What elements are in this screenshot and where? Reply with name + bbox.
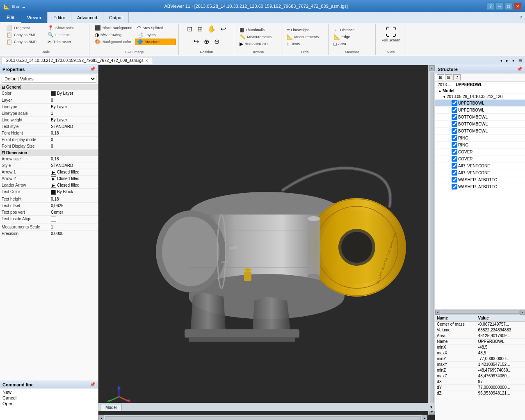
properties-dropdown[interactable]: Default Values [2,75,96,83]
minimize-btn[interactable]: ─ [495,2,504,10]
tree-item-7[interactable]: COVER_ [435,148,525,155]
pan-btn[interactable]: ✋ [205,25,218,34]
command-line-pin[interactable]: 📌 [90,382,96,387]
texts-hide-btn[interactable]: T Texts [285,41,326,47]
viewport-hscrollbar[interactable]: ◂ ▸ [98,415,427,420]
tree-item-5[interactable]: RING_ [435,135,525,142]
expand-all-btn[interactable]: ⊞ [437,74,444,80]
tab-viewer[interactable]: Viewer [21,12,48,23]
arcs-btn[interactable]: ◠ Arcs Splitted [135,25,176,31]
trim-raster-btn[interactable]: ✂ Trim raster [46,39,87,45]
tree-item-12-checkbox[interactable] [452,184,457,189]
tree-file[interactable]: ▾ 2013.05.28_14.10.33.212_120 [435,94,525,100]
tab-output[interactable]: Output [103,12,129,23]
structure-pin[interactable]: 📌 [517,66,523,72]
help-btn[interactable]: ? [486,2,495,10]
maximize-btn[interactable]: □ [504,2,513,10]
tree-item-0-checkbox[interactable] [452,100,457,106]
tab-scroll-left[interactable]: ◂ [498,57,504,64]
tree-item-8[interactable]: COVER_ [435,155,525,162]
tree-hscroll-thumb[interactable] [441,310,520,314]
distance-btn[interactable]: ↔ Distance [332,27,373,33]
tree-root[interactable]: ▸ Model [435,88,525,94]
show-point-btn[interactable]: 📍 Show point [46,25,87,31]
tree-item-9[interactable]: AIR_VENTCONE [435,162,525,169]
find-text-btn[interactable]: 🔍 Find text [46,32,87,38]
tab-menu[interactable]: ▾ [511,57,516,64]
tab-scroll-right[interactable]: ▸ [504,57,510,64]
tree-item-1[interactable]: UPPERBOWL [435,107,525,114]
tree-scroll-right[interactable]: ▸ [520,310,525,315]
tab-editor[interactable]: Editor [48,12,71,23]
scroll-left-arrow[interactable]: ◂ [98,415,104,420]
dimension-collapse-icon[interactable]: ⊟ [2,151,5,155]
tree-item-8-checkbox[interactable] [452,156,457,162]
zoom-in-btn[interactable]: ⊕ [202,37,211,46]
tree-item-10[interactable]: AIR_VENTCONE [435,169,525,176]
tree-item-10-checkbox[interactable] [452,170,457,176]
tree-item-11[interactable]: WASHER_ATBOTTC [435,176,525,183]
copy-emf-btn[interactable]: 📋 Copy as EMF [4,32,45,38]
hscroll-thumb[interactable] [105,416,421,420]
doc-tab-active[interactable]: 2013.05.28_14.10.33.212_120.60.159.192_7… [2,57,153,64]
zoom-extents-btn[interactable]: ⊡ [185,25,194,34]
ribbon-help[interactable]: ? [516,12,525,23]
viewport[interactable]: ZF INDIA OIL LEVEL WITH THE PUMP OPERATI… [98,65,435,420]
viewport-vscrollbar[interactable]: ▴ ▾ [428,65,435,415]
zoom-window-btn[interactable]: ⊞ [195,25,205,34]
window-controls[interactable]: ? ─ □ ✕ [486,2,522,10]
tab-file[interactable]: File [0,12,21,23]
fullscreen-btn[interactable]: ⛶ Full Screen [379,25,404,44]
tree-item-5-checkbox[interactable] [452,135,457,141]
next-view-btn[interactable]: ↪ [192,37,201,46]
structure-btn[interactable]: 🔷 Structure [135,39,176,45]
tree-item-11-checkbox[interactable] [452,177,457,183]
structure-refresh-btn[interactable]: ↺ [453,74,461,80]
restore-btn[interactable]: ⊟ [517,57,523,64]
tree-item-9-checkbox[interactable] [452,163,457,169]
lineweight-hide-btn[interactable]: ━ Lineweight [285,27,326,33]
tree-item-3[interactable]: BOTTOMBOWL [435,121,525,128]
tree-item-1-checkbox[interactable] [452,107,457,113]
model-tab[interactable]: Model [100,404,122,411]
collapse-all-btn[interactable]: ⊟ [445,74,452,80]
zoom-out-btn[interactable]: ⊖ [212,37,221,46]
bg-color-btn[interactable]: 🎨 Background color [93,39,135,45]
prev-view-btn[interactable]: ↩ [219,25,228,34]
close-btn[interactable]: ✕ [514,2,522,10]
tree-item-2[interactable]: BOTTOMBOWL [435,114,525,121]
tree-item-2-checkbox[interactable] [452,114,457,120]
tree-item-4-checkbox[interactable] [452,128,457,134]
tree-item-7-checkbox[interactable] [452,149,457,155]
vscroll-thumb[interactable] [430,72,434,408]
tree-item-0[interactable]: UPPERBOWL [435,100,525,107]
tab-add-btn[interactable]: ▾ [429,404,433,410]
doc-tab-close[interactable]: ✕ [145,59,148,63]
black-bg-btn[interactable]: ⬛ Black Background [93,25,135,31]
measurements-btn[interactable]: 📏 Measurements [237,34,278,40]
measurements-hide-btn[interactable]: 📐 Measurements [285,34,326,40]
tree-item-4[interactable]: BOTTOMBOWL [435,128,525,135]
general-collapse-icon[interactable]: ⊟ [2,85,5,89]
fragment-btn[interactable]: ⬜ Fragment [4,25,45,31]
tree-item-12[interactable]: WASHER_ATBOTTC [435,183,525,190]
text-inside-align-checkbox[interactable] [51,217,56,222]
copy-bmp-btn[interactable]: 📋 Copy as BMP [4,39,45,45]
properties-pin[interactable]: 📌 [90,66,96,72]
root-expand[interactable]: ▸ [438,89,443,93]
scroll-up-arrow[interactable]: ▴ [429,65,435,71]
area-btn[interactable]: □ Area [332,41,373,47]
tree-item-6-checkbox[interactable] [452,142,457,148]
edge-btn[interactable]: 📐 Edge [332,34,373,40]
file-expand[interactable]: ▾ [442,95,447,99]
run-autocad-btn[interactable]: ▶ Run AutoCAD [237,41,278,47]
layers-btn[interactable]: 📑 Layers [135,32,176,38]
tab-advanced[interactable]: Advanced [71,12,103,23]
bw-drawing-btn[interactable]: ◑ B/W drawing [93,32,135,38]
scroll-right-arrow[interactable]: ▸ [422,415,427,420]
thumbnails-btn[interactable]: ▦ Thumbnails [237,27,278,33]
tree-scroll-left[interactable]: ◂ [435,310,440,315]
tree-hscrollbar[interactable]: ◂ ▸ [435,309,525,315]
tree-item-3-checkbox[interactable] [452,121,457,127]
tree-item-6[interactable]: RING_ [435,142,525,148]
